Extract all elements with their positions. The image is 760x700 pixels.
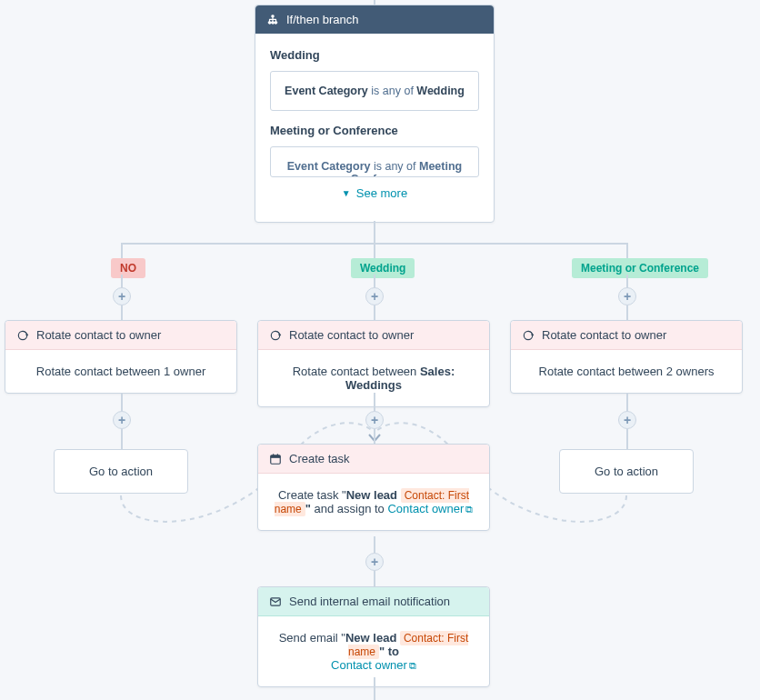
rotate-header-3-label: Rotate contact to owner xyxy=(542,328,666,342)
rotate-icon xyxy=(522,329,535,342)
task-assign: and assign to xyxy=(311,502,388,515)
filter1-op: is any of xyxy=(371,85,414,97)
task-body: Create task "New lead Contact: First nam… xyxy=(258,474,489,530)
create-task-card[interactable]: Create task Create task "New lead Contac… xyxy=(257,444,490,531)
if-then-branch-card[interactable]: If/then branch Wedding Event Category is… xyxy=(255,5,495,223)
filter1-prop: Event Category xyxy=(285,85,368,97)
rotate-icon xyxy=(269,329,282,342)
email-header: Send internal email notification xyxy=(258,587,489,616)
add-button-task[interactable]: + xyxy=(365,553,384,571)
rotate-header-2: Rotate contact to owner xyxy=(258,321,489,350)
chevron-down-icon: ▼ xyxy=(342,188,351,198)
filter-box-2[interactable]: Event Category is any of Meeting or Conf… xyxy=(270,146,479,177)
email-owner-link[interactable]: Contact owner xyxy=(331,658,407,672)
add-button-1a[interactable]: + xyxy=(113,287,131,305)
task-lead: New lead xyxy=(346,488,401,502)
goto-label-2: Go to action xyxy=(595,465,658,478)
rotate-card-1[interactable]: Rotate contact to owner Rotate contact b… xyxy=(5,320,237,394)
add-button-2a[interactable]: + xyxy=(365,287,384,305)
add-button-1b[interactable]: + xyxy=(113,411,131,429)
branch-group-1-title: Wedding xyxy=(270,48,479,62)
add-button-3a[interactable]: + xyxy=(618,287,636,305)
email-pre: Send email " xyxy=(279,631,345,645)
filter1-val: Wedding xyxy=(416,85,465,97)
goto-label-1: Go to action xyxy=(89,465,153,478)
email-quote-end: " to xyxy=(379,645,399,658)
svg-rect-4 xyxy=(271,455,281,457)
rotate-body-1: Rotate contact between 1 owner xyxy=(5,350,236,393)
task-pre: Create task " xyxy=(278,488,346,502)
goto-action-2[interactable]: Go to action xyxy=(559,449,694,494)
task-header-label: Create task xyxy=(289,452,349,465)
see-more-label: See more xyxy=(356,186,407,200)
add-button-2b[interactable]: + xyxy=(365,411,384,429)
filter-box-1[interactable]: Event Category is any of Wedding xyxy=(270,71,479,111)
rotate-body-3: Rotate contact between 2 owners xyxy=(511,350,742,393)
branch-label-meeting: Meeting or Conference xyxy=(572,258,708,278)
external-link-icon: ⧉ xyxy=(465,504,473,515)
email-icon xyxy=(269,595,282,608)
branch-icon xyxy=(266,14,279,26)
external-link-icon: ⧉ xyxy=(409,660,416,671)
rotate-header-3: Rotate contact to owner xyxy=(511,321,742,350)
rotate-header-1: Rotate contact to owner xyxy=(5,321,236,350)
branch-body: Wedding Event Category is any of Wedding… xyxy=(255,34,494,222)
email-body: Send email "New lead Contact: First name… xyxy=(258,616,489,686)
branch-label-no: NO xyxy=(111,258,145,278)
email-card[interactable]: Send internal email notification Send em… xyxy=(257,586,490,687)
filter2-prop: Event Category xyxy=(287,160,371,173)
rotate-card-3[interactable]: Rotate contact to owner Rotate contact b… xyxy=(510,320,743,394)
branch-title: If/then branch xyxy=(286,13,359,26)
rotate-header-2-label: Rotate contact to owner xyxy=(289,328,414,342)
email-lead: New lead xyxy=(345,631,400,645)
task-owner-link[interactable]: Contact owner xyxy=(387,502,464,515)
rotate-body-2-pre: Rotate contact between xyxy=(293,365,420,378)
branch-label-wedding: Wedding xyxy=(351,258,415,278)
rotate-header-1-label: Rotate contact to owner xyxy=(36,328,161,342)
task-header: Create task xyxy=(258,445,489,474)
see-more-link[interactable]: ▼ See more xyxy=(270,181,479,207)
filter2-op: is any of xyxy=(374,160,416,173)
calendar-icon xyxy=(269,453,282,465)
add-button-3b[interactable]: + xyxy=(618,411,636,429)
rotate-icon xyxy=(16,329,29,342)
branch-header: If/then branch xyxy=(255,5,494,34)
branch-group-2-title: Meeting or Conference xyxy=(270,124,479,137)
goto-action-1[interactable]: Go to action xyxy=(54,449,188,494)
email-header-label: Send internal email notification xyxy=(289,595,450,608)
